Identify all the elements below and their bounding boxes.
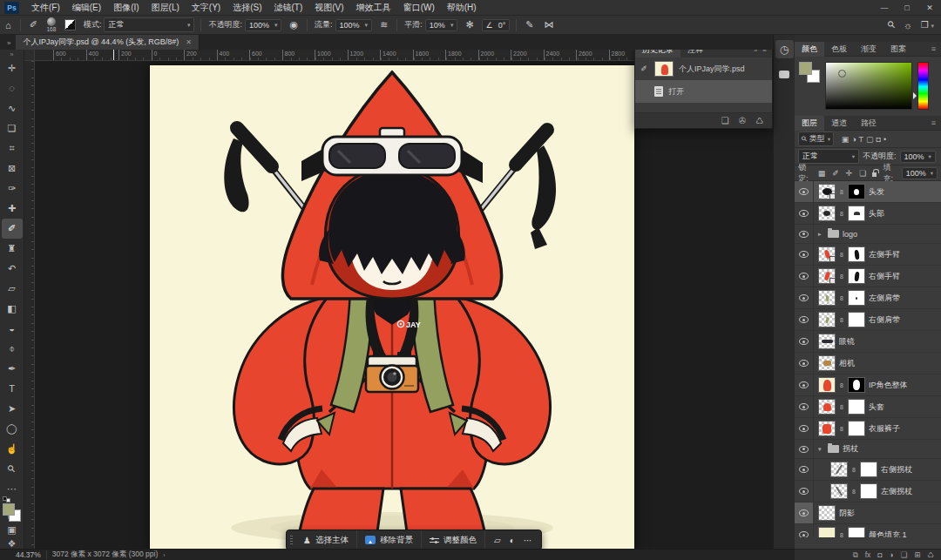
layer-thumbnail[interactable] (818, 206, 836, 221)
layer-thumbnail[interactable] (818, 527, 836, 537)
layer-mask-thumbnail[interactable] (860, 483, 877, 499)
layer-group-row[interactable]: ▾拐杖 (795, 440, 941, 459)
layers-panel-tab-通道[interactable]: 通道 (824, 116, 854, 131)
more-options-icon[interactable]: ⋯ (524, 536, 532, 545)
eye-icon[interactable] (799, 210, 809, 217)
layer-visibility-cell[interactable] (795, 418, 814, 439)
history-brush-source-icon[interactable]: ✐ (639, 64, 649, 73)
pressure-opacity-icon[interactable]: ◉ (284, 19, 303, 30)
layer-row[interactable]: 8头套 (795, 396, 941, 418)
layer-row[interactable]: 8左侧肩带 (795, 287, 941, 309)
default-colors-icon[interactable] (3, 496, 10, 503)
document-canvas[interactable]: JAY (150, 65, 634, 549)
layer-row[interactable]: 8IP角色整体 (795, 374, 941, 396)
filter-pixel-layers-icon[interactable]: ▣ (840, 135, 850, 144)
history-state-row[interactable]: ✐个人IPJay同学.psd (635, 57, 772, 80)
filter-pin-icon[interactable]: • (883, 135, 888, 144)
new-layer-icon[interactable]: ⊞ (914, 551, 920, 559)
layer-opacity-select[interactable]: 100% ▾ (900, 151, 936, 163)
history-state-row[interactable]: 打开 (635, 80, 772, 103)
layer-visibility-cell[interactable] (795, 353, 814, 374)
new-document-from-state-icon[interactable]: ❏ (721, 116, 729, 125)
filter-shape-layers-icon[interactable]: ▢ (865, 135, 876, 144)
layer-thumbnail[interactable] (818, 334, 836, 349)
layer-fill-select[interactable]: 100% ▾ (902, 167, 938, 179)
shape-tool[interactable]: ◯ (2, 419, 23, 439)
layer-visibility-cell[interactable] (795, 225, 814, 243)
color-panel-tab-渐变[interactable]: 渐变 (854, 42, 883, 57)
flow-select[interactable]: 100% ▾ (335, 19, 373, 31)
taskbar-drag-handle[interactable] (287, 536, 295, 545)
layer-mask-thumbnail[interactable] (848, 527, 865, 537)
menu-item-1[interactable]: 编辑(E) (66, 2, 107, 14)
color-field[interactable] (825, 62, 912, 110)
layer-mask-thumbnail[interactable] (860, 462, 877, 477)
clone-stamp-tool[interactable]: ♜ (2, 239, 23, 259)
menu-item-5[interactable]: 选择(S) (227, 2, 267, 14)
layer-visibility-cell[interactable] (795, 503, 814, 523)
layer-mask-thumbnail[interactable] (848, 246, 865, 262)
color-panel-menu-icon[interactable]: ≡ (931, 44, 941, 53)
crop-tool[interactable]: ⌗ (2, 138, 23, 159)
layer-row[interactable]: 8右侧拐杖 (795, 459, 941, 481)
color-panel-tab-色板[interactable]: 色板 (824, 42, 854, 57)
frame-tool[interactable]: ⊠ (2, 159, 23, 179)
mask-link-icon[interactable]: 8 (839, 189, 844, 195)
layer-thumbnail[interactable] (818, 505, 836, 521)
adjust-colors-button[interactable]: 调整颜色 (421, 530, 484, 549)
eye-icon[interactable] (799, 403, 809, 410)
layer-row[interactable]: 8右侧手臂 (795, 266, 941, 287)
mask-link-icon[interactable]: 8 (839, 211, 844, 217)
layer-row[interactable]: 8左侧拐杖 (795, 481, 941, 503)
layer-row[interactable]: 8头发 (795, 181, 941, 203)
layer-thumbnail[interactable] (818, 184, 836, 199)
eye-icon[interactable] (799, 446, 809, 453)
color-panel-tab-颜色[interactable]: 颜色 (795, 42, 824, 57)
brush-settings-panel-icon[interactable] (64, 19, 76, 30)
layer-effects-icon[interactable]: fx (865, 551, 871, 559)
blur-tool[interactable]: ◒ (2, 319, 23, 339)
mask-link-icon[interactable]: 8 (839, 252, 844, 258)
layers-panel-menu-icon[interactable]: ≡ (931, 118, 941, 127)
layer-mask-thumbnail[interactable] (848, 399, 865, 415)
delete-layer-icon[interactable]: ♺ (927, 551, 934, 559)
brush-angle-field[interactable]: ∠ 0° (482, 19, 511, 31)
layer-visibility-cell[interactable] (795, 287, 814, 308)
hue-slider-arrow[interactable] (913, 92, 920, 99)
path-selection-tool[interactable]: ➤ (2, 399, 23, 419)
hand-tool[interactable]: ☝ (2, 439, 23, 459)
add-layer-mask-icon[interactable]: ◘ (877, 551, 882, 559)
lasso-tool[interactable]: ∿ (2, 98, 23, 118)
select-subject-button[interactable]: ♟ 选择主体 (295, 530, 356, 549)
layer-row[interactable]: 8颜色填充 1 (795, 524, 941, 537)
symmetry-icon[interactable]: ⋈ (539, 19, 559, 30)
eye-icon[interactable] (799, 338, 809, 345)
filter-adjustment-layers-icon[interactable]: ◑ (850, 135, 857, 144)
layer-filter-kind-select[interactable]: ⚲ 类型 ▾ (798, 132, 834, 146)
brush-tool[interactable]: ✐ (2, 219, 23, 239)
dodge-tool[interactable]: ⌽ (2, 339, 23, 359)
layer-visibility-cell[interactable] (795, 396, 814, 417)
filter-smart-object-icon[interactable]: ◘ (875, 135, 882, 144)
layer-thumbnail[interactable] (818, 246, 836, 262)
new-group-icon[interactable]: ❏ (901, 551, 908, 559)
close-button[interactable]: ✕ (918, 3, 941, 12)
airbrush-icon[interactable]: ≋ (375, 19, 393, 30)
eye-icon[interactable] (799, 316, 809, 323)
healing-brush-tool[interactable]: ✚ (2, 199, 23, 219)
layer-thumbnail[interactable] (818, 268, 836, 284)
layer-mask-thumbnail[interactable] (848, 377, 865, 393)
eraser-tool[interactable]: ▱ (2, 279, 23, 299)
layer-thumbnail[interactable] (818, 312, 836, 327)
tab-overflow-icon[interactable]: » (0, 39, 16, 50)
layer-mask-thumbnail[interactable] (848, 312, 865, 327)
layer-visibility-cell[interactable] (795, 331, 814, 352)
foreground-color-swatch[interactable] (3, 503, 15, 516)
eye-icon[interactable] (799, 294, 809, 301)
zoom-tool[interactable]: ⚲ (2, 459, 23, 479)
layer-mask-thumbnail[interactable] (848, 206, 865, 221)
toolbar-collapse-icon[interactable]: » (10, 50, 14, 58)
filter-type-layers-icon[interactable]: T (857, 135, 865, 144)
layer-row[interactable]: 8右侧肩带 (795, 309, 941, 331)
eye-icon[interactable] (799, 251, 809, 258)
